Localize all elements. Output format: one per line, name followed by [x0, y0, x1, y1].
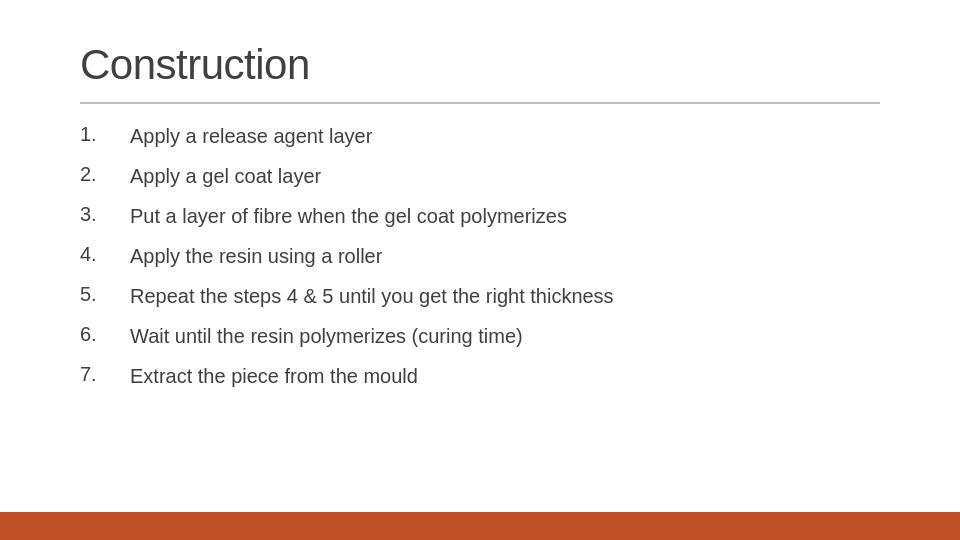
list-item: 2.Apply a gel coat layer	[80, 162, 880, 190]
step-number: 4.	[80, 242, 130, 266]
step-number: 3.	[80, 202, 130, 226]
title-divider	[80, 102, 880, 104]
step-text: Wait until the resin polymerizes (curing…	[130, 322, 523, 350]
step-text: Repeat the steps 4 & 5 until you get the…	[130, 282, 614, 310]
list-item: 1.Apply a release agent layer	[80, 122, 880, 150]
title-section: Construction	[80, 40, 880, 90]
step-number: 1.	[80, 122, 130, 146]
step-number: 5.	[80, 282, 130, 306]
slide-title: Construction	[80, 40, 880, 90]
list-item: 6.Wait until the resin polymerizes (curi…	[80, 322, 880, 350]
step-number: 6.	[80, 322, 130, 346]
bottom-bar	[0, 512, 960, 540]
step-text: Apply the resin using a roller	[130, 242, 382, 270]
list-item: 4.Apply the resin using a roller	[80, 242, 880, 270]
step-text: Apply a gel coat layer	[130, 162, 321, 190]
slide-container: Construction 1.Apply a release agent lay…	[0, 0, 960, 540]
step-text: Extract the piece from the mould	[130, 362, 418, 390]
content-area: Construction 1.Apply a release agent lay…	[0, 0, 960, 512]
step-number: 2.	[80, 162, 130, 186]
list-item: 3.Put a layer of fibre when the gel coat…	[80, 202, 880, 230]
step-text: Apply a release agent layer	[130, 122, 372, 150]
list-item: 7.Extract the piece from the mould	[80, 362, 880, 390]
step-number: 7.	[80, 362, 130, 386]
steps-list: 1.Apply a release agent layer2.Apply a g…	[80, 122, 880, 390]
step-text: Put a layer of fibre when the gel coat p…	[130, 202, 567, 230]
list-item: 5.Repeat the steps 4 & 5 until you get t…	[80, 282, 880, 310]
